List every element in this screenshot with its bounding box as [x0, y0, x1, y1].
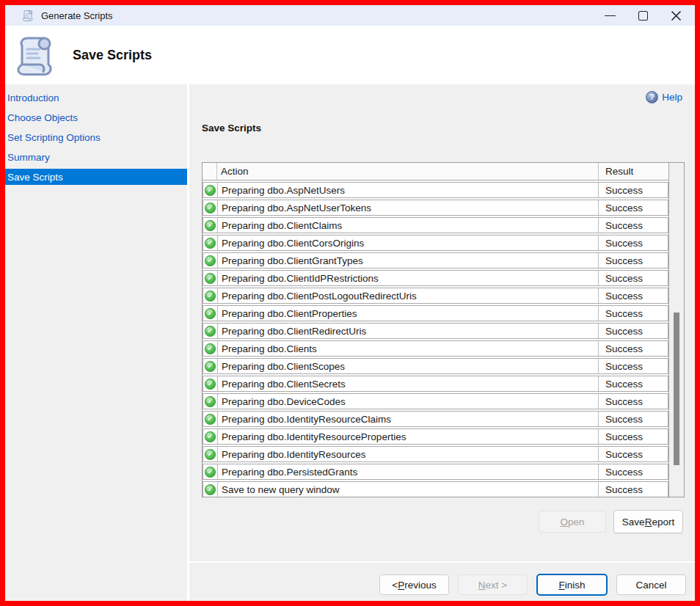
result-cell: Success [598, 412, 668, 426]
sidebar-item-label: Save Scripts [7, 172, 63, 183]
success-check-icon: ✓ [205, 379, 216, 390]
success-check-icon: ✓ [205, 361, 216, 372]
success-check-icon: ✓ [205, 484, 216, 495]
status-cell: ✓ [203, 394, 218, 409]
table-row[interactable]: ✓ Preparing dbo.ClientRedirectUris Succe… [203, 323, 668, 339]
table-row[interactable]: ✓ Preparing dbo.ClientGrantTypes Success [203, 252, 668, 269]
success-check-icon: ✓ [205, 255, 216, 266]
sidebar-item-summary[interactable]: Summary [5, 149, 187, 165]
result-cell: Success [598, 359, 668, 373]
help-row: ? Help [189, 90, 695, 103]
table-row[interactable]: ✓ Preparing dbo.PersistedGrants Success [203, 464, 668, 480]
table-row[interactable]: ✓ Save to new query window Success [203, 481, 668, 497]
sidebar-item-label: Summary [7, 152, 50, 163]
result-cell: Success [598, 236, 668, 250]
success-check-icon: ✓ [205, 238, 216, 249]
status-cell: ✓ [203, 253, 218, 268]
status-cell: ✓ [203, 359, 218, 373]
status-cell: ✓ [203, 200, 218, 215]
table-row[interactable]: ✓ Preparing dbo.DeviceCodes Success [203, 393, 668, 409]
success-check-icon: ✓ [205, 467, 216, 478]
wizard-page-title: Save Scripts [73, 48, 152, 63]
sidebar-item-set-scripting-options[interactable]: Set Scripting Options [5, 129, 187, 145]
result-cell: Success [598, 218, 668, 233]
result-cell: Success [598, 429, 668, 444]
status-cell: ✓ [203, 183, 218, 197]
sidebar-item-introduction[interactable]: Introduction [5, 90, 187, 106]
help-icon: ? [646, 91, 658, 103]
result-cell: Success [598, 324, 668, 338]
table-row[interactable]: ✓ Preparing dbo.IdentityResourceClaims S… [203, 411, 668, 427]
table-row[interactable]: ✓ Preparing dbo.AspNetUserTokens Success [203, 200, 668, 216]
table-row[interactable]: ✓ Preparing dbo.ClientPostLogoutRedirect… [203, 288, 668, 304]
help-link[interactable]: Help [662, 92, 682, 103]
success-check-icon: ✓ [205, 291, 216, 302]
action-cell: Preparing dbo.IdentityResources [218, 449, 598, 460]
result-cell: Success [598, 306, 668, 321]
wizard-header: Save Scripts [5, 26, 695, 84]
sidebar-item-save-scripts[interactable]: Save Scripts [5, 169, 187, 185]
result-cell: Success [598, 341, 668, 356]
table-row[interactable]: ✓ Preparing dbo.ClientScopes Success [203, 358, 668, 374]
main-panel: ? Help Save Scripts Action Result [189, 84, 695, 601]
status-cell: ✓ [203, 324, 218, 338]
scrollbar-thumb[interactable] [674, 313, 679, 465]
finish-button[interactable]: Finish [536, 574, 608, 596]
grid-header: Action Result [203, 163, 668, 180]
sidebar-item-choose-objects[interactable]: Choose Objects [5, 109, 187, 125]
close-button[interactable] [660, 5, 693, 26]
table-row[interactable]: ✓ Preparing dbo.IdentityResourceProperti… [203, 428, 668, 445]
result-cell: Success [598, 482, 668, 497]
previous-button[interactable]: < Previous [379, 574, 449, 595]
action-cell: Preparing dbo.IdentityResourceProperties [218, 431, 598, 442]
action-cell: Preparing dbo.ClientIdPRestrictions [218, 273, 598, 284]
maximize-icon [638, 11, 648, 21]
cancel-button[interactable]: Cancel [616, 574, 686, 595]
wizard-footer: < Previous Next > Finish Cancel [189, 563, 695, 601]
next-button[interactable]: Next > [458, 574, 528, 595]
window-title: Generate Scripts [41, 10, 113, 21]
table-row[interactable]: ✓ Preparing dbo.AspNetUsers Success [203, 182, 668, 198]
action-column-header: Action [217, 166, 598, 177]
save-report-button[interactable]: Save Report [613, 510, 683, 533]
result-cell: Success [598, 183, 668, 197]
minimize-button[interactable] [594, 5, 627, 26]
action-cell: Preparing dbo.ClientCorsOrigins [218, 238, 598, 249]
status-cell: ✓ [203, 288, 218, 303]
sidebar-item-label: Choose Objects [7, 112, 78, 123]
action-cell: Preparing dbo.Clients [218, 343, 598, 354]
result-cell: Success [598, 200, 668, 215]
action-cell: Preparing dbo.ClientSecrets [218, 379, 598, 390]
success-check-icon: ✓ [205, 414, 216, 425]
success-check-icon: ✓ [205, 396, 216, 407]
table-row[interactable]: ✓ Preparing dbo.Clients Success [203, 340, 668, 357]
table-row[interactable]: ✓ Preparing dbo.ClientClaims Success [203, 217, 668, 233]
status-cell: ✓ [203, 376, 218, 391]
grid-vertical-scrollbar[interactable] [668, 163, 684, 497]
status-cell: ✓ [203, 482, 218, 497]
result-cell: Success [598, 271, 668, 285]
page-heading: Save Scripts [202, 123, 695, 134]
action-cell: Preparing dbo.ClientClaims [218, 220, 598, 231]
success-check-icon: ✓ [205, 449, 216, 460]
result-cell: Success [598, 376, 668, 391]
result-cell: Success [598, 447, 668, 461]
status-cell: ✓ [203, 218, 218, 233]
status-cell: ✓ [203, 447, 218, 461]
open-button[interactable]: Open [539, 511, 606, 533]
previous-button-label: < [392, 580, 398, 591]
table-row[interactable]: ✓ Preparing dbo.ClientIdPRestrictions Su… [203, 270, 668, 286]
status-cell: ✓ [203, 236, 218, 250]
result-cell: Success [598, 288, 668, 303]
table-row[interactable]: ✓ Preparing dbo.ClientSecrets Success [203, 376, 668, 392]
table-row[interactable]: ✓ Preparing dbo.ClientProperties Success [203, 305, 668, 321]
status-cell: ✓ [203, 271, 218, 285]
table-row[interactable]: ✓ Preparing dbo.IdentityResources Succes… [203, 446, 668, 462]
status-cell: ✓ [203, 341, 218, 356]
maximize-button[interactable] [627, 5, 660, 26]
titlebar: Generate Scripts [5, 5, 695, 26]
success-check-icon: ✓ [205, 202, 216, 213]
action-cell: Preparing dbo.ClientGrantTypes [218, 255, 598, 266]
action-cell: Preparing dbo.AspNetUserTokens [218, 202, 598, 213]
table-row[interactable]: ✓ Preparing dbo.ClientCorsOrigins Succes… [203, 235, 668, 251]
